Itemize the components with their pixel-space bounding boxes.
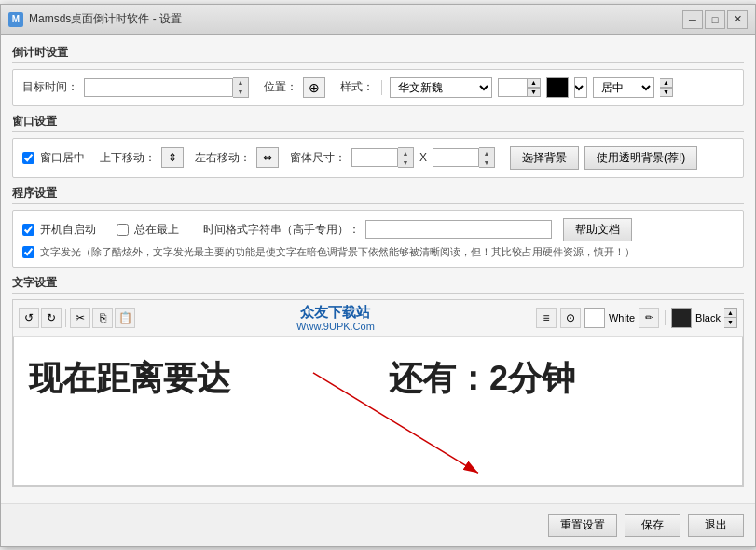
maximize-button[interactable]: □	[705, 10, 725, 29]
watermark-main: 众友下载站	[137, 304, 534, 321]
program-row2: 文字发光（除了酷炫外，文字发光最主要的功能是使文字在暗色调背景下依然能够被清晰阅…	[22, 245, 734, 259]
target-time-down[interactable]: ▼	[233, 88, 248, 97]
preview-area[interactable]: 现在距离要达 还有：2分钟	[13, 337, 743, 486]
text-toolbar: ↺ ↻ ✂ ⎘ 📋 众友下载站 Www.9UPK.Com ≡ ⊙	[13, 300, 743, 337]
position-label: 位置：	[264, 79, 297, 95]
centered-label: 窗口居中	[40, 150, 85, 166]
autostart-checkbox[interactable]	[22, 224, 34, 236]
target-time-spinner-btns: ▲ ▼	[233, 77, 249, 98]
font-size-input[interactable]: 30	[498, 78, 528, 97]
color-white-label: White	[609, 312, 635, 323]
target-time-up[interactable]: ▲	[233, 78, 248, 88]
copy-button[interactable]: ⎘	[92, 308, 113, 328]
color-black-down[interactable]: ▼	[724, 318, 737, 328]
position-button[interactable]: ⊕	[303, 77, 325, 98]
transparent-bg-button[interactable]: 使用透明背景(荐!)	[584, 146, 697, 170]
program-row1: 开机自启动 总在最上 时间格式字符串（高手专用）： d'天'hh'小时'mm'分…	[22, 218, 734, 241]
window-section-title: 窗口设置	[12, 114, 744, 132]
font-select[interactable]: 华文新魏	[390, 77, 492, 98]
target-time-spinner: 2112年9月3日 0:00:00 ▲ ▼	[84, 77, 249, 98]
countdown-section-title: 倒计时设置	[12, 45, 744, 63]
size-label: 窗体尺寸：	[290, 150, 346, 166]
align-left-btn[interactable]: ≡	[536, 308, 557, 328]
height-input[interactable]: 160	[433, 148, 479, 167]
target-time-input[interactable]: 2112年9月3日 0:00:00	[84, 78, 233, 97]
window-section-box: 窗口居中 上下移动： ⇕ 左右移动： ⇔ 窗体尺寸： 800 ▲ ▼ X	[12, 138, 744, 178]
glow-checkbox[interactable]	[22, 246, 34, 258]
color-select-wrap: ▼	[574, 77, 587, 98]
toolbar-watermark: 众友下载站 Www.9UPK.Com	[137, 304, 534, 332]
width-input[interactable]: 800	[351, 148, 398, 167]
font-size-down[interactable]: ▼	[528, 88, 541, 97]
program-section: 程序设置 开机自启动 总在最上 时间格式字符串（高手专用）： d'天'hh'小时…	[12, 186, 744, 268]
color-black-label: Black	[695, 312, 721, 323]
height-spinner: 160 ▲ ▼	[433, 147, 495, 168]
font-size-spinner: ▲ ▼	[528, 78, 541, 97]
undo-button[interactable]: ↺	[19, 308, 39, 328]
centered-checkbox[interactable]	[22, 152, 34, 164]
height-down[interactable]: ▼	[479, 158, 494, 167]
move-v-button[interactable]: ⇕	[161, 147, 184, 168]
preview-text: 现在距离要达 还有：2分钟	[14, 337, 742, 420]
width-spinner: 800 ▲ ▼	[351, 147, 414, 168]
autostart-label: 开机自启动	[40, 222, 96, 238]
target-time-label: 目标时间：	[22, 79, 78, 95]
font-color-box[interactable]	[546, 77, 569, 98]
watermark-sub: Www.9UPK.Com	[137, 321, 534, 332]
toolbar-right: ≡ ⊙ White ✏ Black ▲ ▼	[536, 308, 737, 328]
divider1	[381, 80, 382, 95]
move-h-button[interactable]: ⇔	[256, 147, 279, 168]
window-row: 窗口居中 上下移动： ⇕ 左右移动： ⇔ 窗体尺寸： 800 ▲ ▼ X	[22, 146, 734, 170]
color-black-up[interactable]: ▲	[724, 308, 737, 318]
countdown-section: 倒计时设置 目标时间： 2112年9月3日 0:00:00 ▲ ▼ 位置： ⊕ …	[12, 45, 744, 106]
time-format-label: 时间格式字符串（高手专用）：	[203, 222, 360, 238]
text-editor: ↺ ↻ ✂ ⎘ 📋 众友下载站 Www.9UPK.Com ≡ ⊙	[12, 299, 744, 487]
font-size-wrap: 30 ▲ ▼	[498, 78, 541, 97]
program-section-box: 开机自启动 总在最上 时间格式字符串（高手专用）： d'天'hh'小时'mm'分…	[12, 210, 744, 268]
glow-label: 文字发光（除了酷炫外，文字发光最主要的功能是使文字在暗色调背景下依然能够被清晰阅…	[40, 245, 635, 259]
color-black-box[interactable]	[671, 308, 692, 328]
height-spinner-btns: ▲ ▼	[479, 147, 495, 168]
text-section-title: 文字设置	[12, 275, 744, 294]
align-select[interactable]: 左对齐居中右对齐	[593, 77, 654, 98]
width-down[interactable]: ▼	[398, 158, 413, 167]
color-select[interactable]: ▼	[574, 77, 587, 98]
time-format-input[interactable]: d'天'hh'小时'mm'分'ss'秒'	[365, 220, 552, 239]
paste-button[interactable]: 📋	[115, 308, 135, 328]
exit-button[interactable]: 退出	[688, 514, 744, 537]
color-white-box[interactable]	[584, 308, 605, 328]
redo-button[interactable]: ↻	[41, 308, 62, 328]
cut-button[interactable]: ✂	[70, 308, 90, 328]
save-button[interactable]: 保存	[625, 514, 680, 537]
align-down[interactable]: ▼	[660, 88, 673, 97]
close-button[interactable]: ✕	[727, 10, 748, 29]
move-v-label: 上下移动：	[100, 150, 156, 166]
toolbar-sep2	[665, 310, 666, 325]
font-size-up[interactable]: ▲	[528, 78, 541, 88]
color-white-edit[interactable]: ✏	[639, 308, 659, 328]
main-window: M Mamsds桌面倒计时软件 - 设置 ─ □ ✕ 倒计时设置 目标时间： 2…	[0, 4, 756, 547]
help-button[interactable]: 帮助文档	[563, 218, 632, 241]
minimize-button[interactable]: ─	[682, 10, 703, 29]
countdown-row: 目标时间： 2112年9月3日 0:00:00 ▲ ▼ 位置： ⊕ 样式： 华文…	[22, 77, 734, 98]
x-label: X	[419, 151, 427, 164]
color-black-spinner: ▲ ▼	[724, 308, 737, 328]
width-spinner-btns: ▲ ▼	[398, 147, 414, 168]
toolbar-sep1	[65, 309, 66, 327]
select-bg-button[interactable]: 选择背景	[510, 146, 579, 170]
topmost-checkbox[interactable]	[117, 224, 129, 236]
style-label: 样式：	[340, 79, 374, 95]
align-spinner-btns: ▲ ▼	[660, 78, 673, 97]
title-buttons: ─ □ ✕	[682, 10, 748, 29]
countdown-section-box: 目标时间： 2112年9月3日 0:00:00 ▲ ▼ 位置： ⊕ 样式： 华文…	[12, 69, 744, 106]
move-h-label: 左右移动：	[195, 150, 251, 166]
reset-button[interactable]: 重置设置	[548, 514, 617, 537]
width-up[interactable]: ▲	[398, 148, 413, 158]
window-section: 窗口设置 窗口居中 上下移动： ⇕ 左右移动： ⇔ 窗体尺寸： 800 ▲ ▼	[12, 114, 744, 178]
align-up[interactable]: ▲	[660, 78, 673, 88]
title-bar: M Mamsds桌面倒计时软件 - 设置 ─ □ ✕	[1, 5, 755, 35]
align-spinner: ▲ ▼	[660, 78, 673, 97]
content-area: 倒计时设置 目标时间： 2112年9月3日 0:00:00 ▲ ▼ 位置： ⊕ …	[1, 35, 755, 503]
bullet-btn[interactable]: ⊙	[560, 308, 581, 328]
height-up[interactable]: ▲	[479, 148, 494, 158]
